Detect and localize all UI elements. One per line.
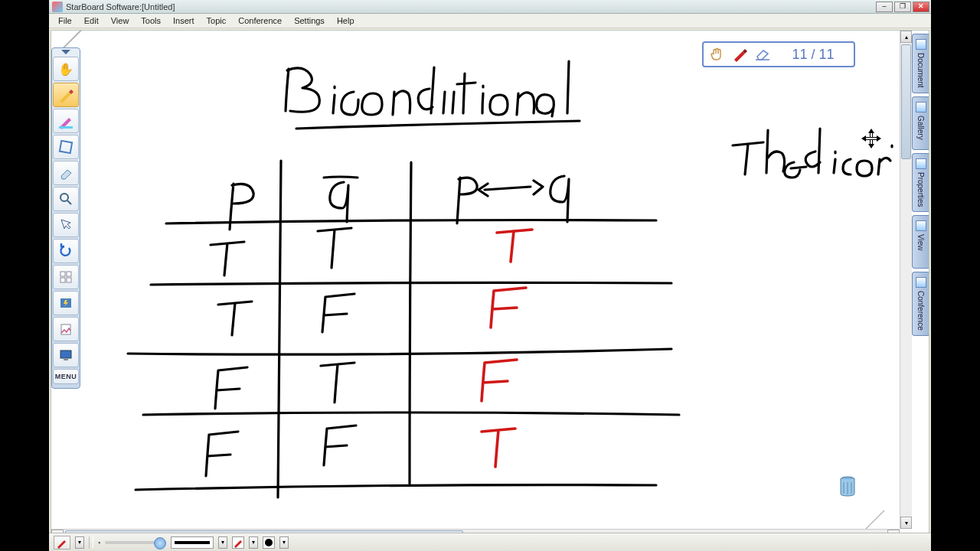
menubar: File Edit View Tools Insert Topic Confer… — [49, 14, 931, 28]
window-title: StarBoard Software:[Untitled] — [66, 2, 876, 11]
close-button[interactable]: ✕ — [913, 2, 929, 12]
stroke-color-dropdown[interactable]: ▾ — [249, 536, 258, 549]
svg-rect-7 — [67, 278, 71, 282]
flash-icon — [59, 296, 73, 310]
eraser-tool-icon[interactable] — [754, 46, 771, 63]
menu-insert[interactable]: Insert — [167, 15, 201, 27]
svg-rect-11 — [64, 359, 68, 360]
view-tab[interactable]: View — [912, 215, 929, 269]
hand-tool-icon[interactable] — [708, 46, 725, 63]
new-page-tool[interactable] — [53, 265, 79, 289]
pointer-icon — [59, 218, 73, 232]
line-width-dropdown[interactable]: ▾ — [218, 536, 227, 549]
maximize-icon: ❐ — [900, 3, 906, 10]
pen-tool-icon[interactable] — [731, 46, 748, 63]
menu-topic[interactable]: Topic — [201, 15, 233, 27]
properties-tab-label: Properties — [916, 172, 925, 207]
menu-conference[interactable]: Conference — [232, 15, 288, 27]
view-tab-label: View — [916, 234, 925, 251]
stroke-color-swatch[interactable] — [232, 536, 244, 549]
hand-icon: ✋ — [58, 62, 74, 77]
thickness-slider[interactable] — [105, 541, 166, 544]
document-tab-icon — [916, 39, 926, 50]
maximize-button[interactable]: ❐ — [894, 2, 911, 12]
conference-tab[interactable]: Conference — [912, 272, 929, 336]
svg-rect-5 — [67, 272, 71, 276]
undo-icon — [58, 243, 74, 259]
minimize-icon: – — [882, 3, 886, 10]
palette-grip-icon[interactable] — [52, 48, 80, 56]
palette-menu-button[interactable]: MENU — [53, 369, 79, 384]
vscroll-track[interactable] — [900, 43, 912, 517]
page-corner-fold-br-icon — [864, 510, 887, 529]
line-width-preview[interactable] — [171, 536, 214, 549]
menu-view[interactable]: View — [105, 15, 136, 27]
page-toolbar[interactable]: 11 / 11 — [702, 41, 855, 67]
conference-tab-label: Conference — [916, 291, 925, 331]
clipboard-icon — [59, 322, 73, 336]
clipboard-tool[interactable] — [53, 317, 79, 341]
pen-icon — [57, 86, 74, 103]
conference-tab-icon — [916, 277, 926, 288]
highlighter-tool[interactable] — [53, 109, 79, 133]
fill-color-dropdown[interactable]: ▾ — [279, 536, 289, 549]
titlebar: StarBoard Software:[Untitled] – ❐ ✕ — [49, 0, 931, 14]
svg-rect-1 — [59, 126, 73, 129]
select-tool[interactable]: ✋ — [53, 57, 79, 81]
zoom-tool[interactable] — [53, 187, 79, 211]
pen-preview-dropdown[interactable]: ▾ — [75, 536, 84, 549]
vscroll-thumb[interactable] — [901, 44, 911, 159]
palette-menu-label: MENU — [55, 373, 77, 380]
shape-tool[interactable] — [53, 135, 79, 159]
pen-preview-button[interactable] — [54, 536, 70, 549]
menu-help[interactable]: Help — [331, 15, 361, 27]
slider-min-icon: ▪ — [98, 539, 100, 546]
handwriting-layer — [51, 31, 893, 520]
app-window: StarBoard Software:[Untitled] – ❐ ✕ File… — [49, 0, 931, 551]
menu-edit[interactable]: Edit — [78, 15, 105, 27]
fill-dot-icon — [265, 539, 273, 546]
properties-tab[interactable]: Properties — [912, 153, 929, 213]
main-area: 11 / 11 ✋ — [51, 30, 929, 549]
scroll-down-button[interactable]: ▾ — [900, 517, 912, 529]
close-icon: ✕ — [918, 3, 924, 10]
scroll-up-button[interactable]: ▴ — [900, 31, 912, 43]
svg-rect-4 — [60, 272, 65, 276]
vertical-scrollbar[interactable]: ▴ ▾ — [900, 31, 912, 529]
tool-palette[interactable]: ✋ MENU — [51, 47, 80, 389]
trash-icon[interactable] — [838, 475, 857, 498]
svg-point-3 — [60, 194, 68, 201]
screen-tool[interactable] — [53, 343, 79, 367]
svg-rect-10 — [60, 350, 71, 358]
zoom-icon — [58, 191, 74, 207]
chevron-up-icon: ▴ — [905, 34, 908, 41]
gallery-tab-icon — [916, 102, 926, 112]
eraser-icon — [58, 165, 74, 181]
whiteboard-canvas[interactable]: 11 / 11 — [51, 31, 900, 529]
page-counter: 11 / 11 — [777, 47, 849, 63]
menu-settings[interactable]: Settings — [288, 15, 331, 27]
fill-color-swatch[interactable] — [263, 536, 275, 549]
undo-tool[interactable] — [53, 239, 79, 263]
menu-tools[interactable]: Tools — [135, 15, 167, 27]
document-tab[interactable]: Document — [912, 34, 929, 93]
document-tab-label: Document — [916, 53, 925, 88]
propbar-divider — [89, 536, 93, 549]
menu-file[interactable]: File — [52, 15, 78, 27]
eraser-tool[interactable] — [53, 161, 79, 185]
view-tab-icon — [916, 220, 926, 231]
screen-icon — [59, 348, 73, 362]
side-tabs: Document Gallery Properties View Confere… — [912, 31, 929, 529]
flash-tool[interactable] — [53, 291, 79, 315]
chevron-down-icon: ▾ — [905, 520, 908, 527]
gallery-tab-label: Gallery — [916, 116, 925, 140]
gallery-tab[interactable]: Gallery — [912, 96, 929, 150]
app-icon — [52, 2, 63, 12]
pen-tool[interactable] — [53, 83, 79, 107]
pointer-tool[interactable] — [53, 213, 79, 237]
minimize-button[interactable]: – — [876, 2, 893, 12]
highlighter-icon — [57, 112, 74, 129]
shape-icon — [58, 139, 74, 155]
svg-rect-6 — [60, 278, 65, 282]
properties-tab-icon — [916, 158, 926, 169]
